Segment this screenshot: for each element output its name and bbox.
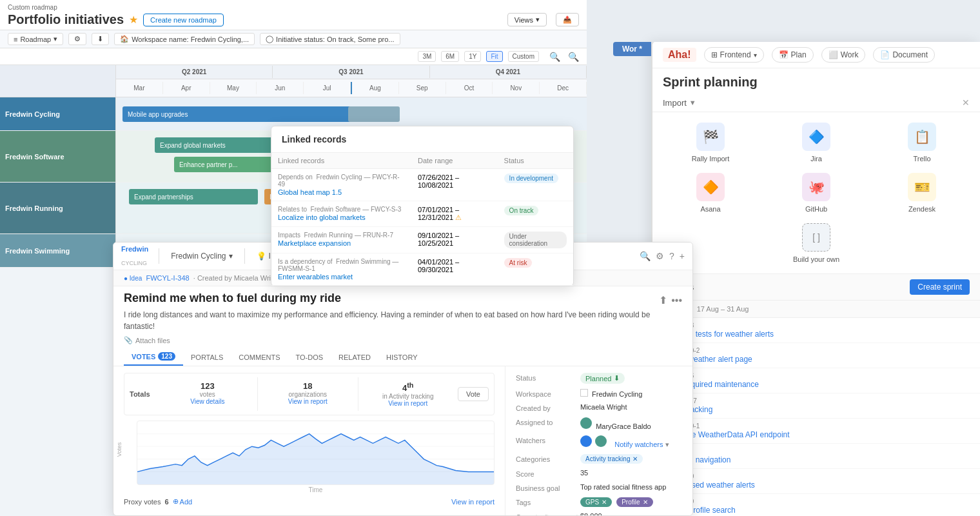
aha-logo: Aha! (663, 48, 696, 62)
workspace-icon: 🏠 (120, 35, 129, 43)
status-filter[interactable]: ◯ Initiative status: On track, Some pro.… (260, 33, 400, 45)
sprint-item-link[interactable]: Athlete profile search (663, 506, 970, 515)
nav-cycling-selector[interactable]: Fredwin Cycling ▾ (162, 248, 241, 264)
workspace-filter[interactable]: 🏠 Workspace name: Fredwin Cycling,... (114, 33, 255, 45)
zendesk-icon: 🎫 (908, 173, 936, 201)
sprint-item-link[interactable]: Push-based weather alerts (663, 481, 970, 490)
linked-records-table: Linked records Date range Status Depends… (271, 153, 573, 286)
roadmap-icon: ≡ (14, 35, 17, 43)
vote-button[interactable]: Vote (458, 387, 489, 401)
sprint-item-id: FRONT-10 (663, 473, 970, 480)
tab-portals[interactable]: PORTALS (183, 348, 231, 366)
search-icon[interactable]: 🔍 (640, 251, 651, 261)
proxy-add-button[interactable]: ⊕ Add (173, 497, 193, 506)
month-headers: Mar Apr May Jun Jul Aug Sep Oct Nov Dec (116, 79, 587, 97)
import-trello[interactable]: 📋 Trello (874, 123, 970, 163)
asana-icon: 🔶 (696, 173, 725, 201)
close-icon[interactable]: ✕ (643, 499, 648, 506)
3m-button[interactable]: 3M (418, 51, 436, 62)
sprint-item-link[interactable]: Track required maintenance (663, 380, 970, 389)
download-button[interactable]: ⬇ (92, 33, 109, 45)
import-button[interactable]: Import ▼ (663, 98, 696, 108)
close-icon[interactable]: ✕ (602, 499, 607, 506)
import-github[interactable]: 🐙 GitHub (769, 173, 864, 213)
sprint-item-front16: FRONT-16 Track required maintenance (652, 368, 980, 393)
sprint-item-link[interactable]: Create weather alert page (663, 355, 970, 364)
more-icon[interactable]: ••• (671, 295, 682, 306)
votes-detail-link[interactable]: View details (163, 398, 252, 405)
row-label-software: Fredwin Software (0, 131, 115, 183)
sprint-item-link[interactable]: Route tracking (663, 405, 970, 414)
sprint-item-link[interactable]: Top level navigation (663, 455, 970, 464)
share-button[interactable]: 📤 (556, 13, 579, 26)
add-icon[interactable]: + (680, 251, 685, 261)
calendar-icon: 📅 (779, 50, 789, 59)
custom-button[interactable]: Custom (508, 51, 539, 62)
status-badge: At risk (504, 258, 533, 268)
settings-icon[interactable]: ⚙ (656, 251, 664, 261)
frontend-nav[interactable]: ⊞ Frontend ▾ (704, 47, 764, 63)
zoom-out-icon[interactable]: 🔍 (568, 52, 579, 62)
bar-mobile-upgrades-2[interactable] (348, 106, 400, 122)
chevron-down-icon: ▾ (754, 52, 757, 59)
settings-button[interactable]: ⚙ (68, 33, 86, 45)
help-icon[interactable]: ? (669, 251, 674, 261)
month-may: May (210, 82, 257, 94)
votes-total: 123 votes View details (158, 377, 258, 411)
bar-expand-partnerships[interactable]: Expand partnerships (129, 189, 258, 204)
tag-profile: Profile ✕ (616, 497, 652, 507)
record-link[interactable]: Enter wearables market (278, 273, 405, 281)
view-report-link[interactable]: View in report (451, 498, 495, 506)
document-nav[interactable]: 📄 Document (873, 47, 935, 63)
sprint-panel: Aha! ⊞ Frontend ▾ 📅 Plan ⬜ Work 📄 Docume… (651, 42, 980, 516)
notify-watchers-btn[interactable]: Notify watchers (614, 441, 663, 448)
tab-votes[interactable]: VOTES 123 (124, 348, 183, 366)
timeline-controls: 3M 6M 1Y Fit Custom 🔍 🔍 (0, 48, 587, 65)
custom-roadmap-label: Custom roadmap (8, 4, 579, 11)
fit-button[interactable]: Fit (486, 51, 502, 62)
zoom-in-icon[interactable]: 🔍 (549, 52, 560, 62)
linked-record-cell: Impacts Fredwin Running — FRUN-R-7 Marke… (271, 227, 411, 253)
close-button[interactable]: ✕ (962, 97, 970, 108)
totals-label: Totals (130, 390, 150, 398)
import-jira[interactable]: 🔷 Jira (769, 123, 864, 163)
1y-button[interactable]: 1Y (464, 51, 481, 62)
import-rally[interactable]: 🏁 Rally Import (663, 123, 758, 163)
roadmap-selector[interactable]: ≡ Roadmap ▾ (8, 33, 63, 45)
record-link[interactable]: Localize into global markets (278, 213, 405, 221)
tab-related[interactable]: RELATED (331, 348, 378, 366)
plan-nav[interactable]: 📅 Plan (772, 47, 814, 63)
import-custom[interactable]: [ ] Build your own (769, 223, 864, 263)
tab-comments[interactable]: COMMENTS (231, 348, 288, 366)
import-zendesk[interactable]: 🎫 Zendesk (874, 173, 970, 213)
6m-button[interactable]: 6M (441, 51, 459, 62)
proxy-label: Proxy votes (124, 498, 161, 506)
views-button[interactable]: Views ▾ (507, 13, 547, 26)
close-icon[interactable]: ✕ (632, 455, 638, 462)
upload-icon[interactable]: ⬆ (659, 294, 667, 306)
wor-tab[interactable]: Wor * (613, 42, 651, 56)
work-nav[interactable]: ⬜ Work (821, 47, 866, 63)
import-asana[interactable]: 🔶 Asana (663, 173, 758, 213)
bar-mobile-upgrades[interactable]: Mobile app upgrades (122, 106, 368, 122)
col-status: Status (498, 153, 573, 169)
roadmap-title: Portfolio initiatives (8, 12, 124, 27)
sprint-item-link[interactable]: Add E2E tests for weather alerts (663, 330, 970, 339)
record-link[interactable]: Global heat map 1.5 (278, 188, 405, 196)
create-sprint-button[interactable]: Create sprint (910, 279, 970, 295)
tab-todos[interactable]: TO-DOS (288, 348, 331, 366)
month-nov: Nov (493, 82, 540, 94)
votes-chart (137, 421, 495, 485)
record-link[interactable]: Marketplace expansion (278, 239, 405, 247)
sprint-item-link[interactable]: Consume WeatherData API endpoint (663, 430, 970, 439)
votes-badge: 123 (158, 352, 175, 361)
create-roadmap-button[interactable]: Create new roadmap (143, 14, 224, 26)
activity-total: 4th in Activity tracking View in report (358, 377, 458, 411)
orgs-report-link[interactable]: View in report (263, 398, 352, 405)
github-icon: 🐙 (802, 173, 830, 201)
activity-report-link[interactable]: View in report (364, 400, 453, 407)
sprint-items-list: FRONT-18 Add E2E tests for weather alert… (652, 318, 980, 516)
month-jun: Jun (257, 82, 304, 94)
brand-logo: Fredwin CYCLING (121, 245, 148, 267)
tab-history[interactable]: HISTORY (378, 348, 426, 366)
